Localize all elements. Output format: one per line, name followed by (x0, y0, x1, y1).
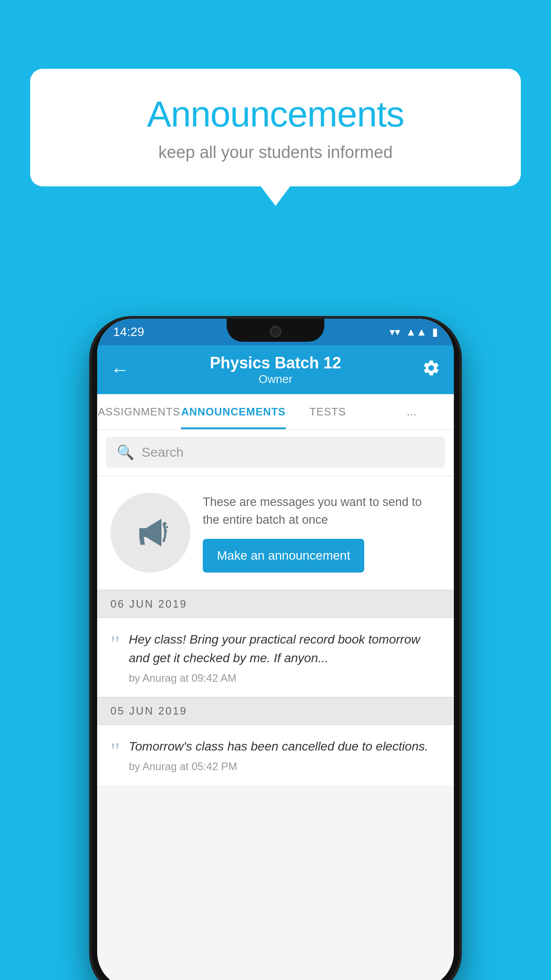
search-bar[interactable]: 🔍 Search (106, 437, 445, 468)
prompt-right: These are messages you want to send to t… (203, 493, 441, 573)
wifi-icon: ▾▾ (390, 326, 400, 338)
announcement-item-1[interactable]: " Hey class! Bring your practical record… (97, 618, 454, 697)
quote-icon-2: " (110, 740, 120, 763)
bubble-title: Announcements (57, 93, 494, 135)
back-button[interactable]: ← (110, 359, 129, 380)
phone-notch (227, 319, 324, 342)
header-center: Physics Batch 12 Owner (129, 354, 422, 386)
date-separator-1: 06 JUN 2019 (97, 590, 454, 618)
role-subtitle: Owner (129, 372, 422, 386)
search-container: 🔍 Search (97, 430, 454, 475)
bubble-subtitle: keep all your students informed (57, 143, 494, 162)
prompt-text: These are messages you want to send to t… (203, 493, 441, 529)
announcement-text-1: Hey class! Bring your practical record b… (129, 630, 441, 668)
svg-point-2 (165, 530, 167, 532)
tab-more[interactable]: … (370, 394, 454, 429)
announcement-item-2[interactable]: " Tomorrow's class has been cancelled du… (97, 725, 454, 785)
svg-point-1 (166, 526, 168, 528)
announcement-content-2: Tomorrow's class has been cancelled due … (129, 737, 441, 773)
phone-frame: 14:29 ▾▾ ▲▲ ▮ ← Physics Batch 12 Owner (92, 319, 459, 980)
search-icon: 🔍 (117, 444, 134, 461)
announcement-meta-2: by Anurag at 05:42 PM (129, 760, 441, 773)
tab-assignments[interactable]: ASSIGNMENTS (97, 394, 181, 429)
make-announcement-button[interactable]: Make an announcement (203, 539, 364, 573)
status-icons: ▾▾ ▲▲ ▮ (390, 326, 438, 338)
signal-icon: ▲▲ (405, 326, 427, 338)
date-separator-2: 05 JUN 2019 (97, 697, 454, 725)
announcement-content-1: Hey class! Bring your practical record b… (129, 630, 441, 684)
settings-button[interactable] (422, 359, 441, 381)
megaphone-icon (128, 510, 173, 555)
search-placeholder: Search (142, 445, 184, 460)
tabs-bar: ASSIGNMENTS ANNOUNCEMENTS TESTS … (97, 394, 454, 430)
battery-icon: ▮ (432, 326, 438, 338)
megaphone-circle (110, 493, 190, 573)
svg-point-0 (163, 522, 167, 526)
app-header: ← Physics Batch 12 Owner (97, 345, 454, 394)
speech-bubble-card: Announcements keep all your students inf… (30, 69, 521, 186)
announcement-text-2: Tomorrow's class has been cancelled due … (129, 737, 441, 756)
status-time: 14:29 (113, 325, 144, 339)
speech-bubble-section: Announcements keep all your students inf… (30, 69, 521, 186)
tab-announcements[interactable]: ANNOUNCEMENTS (181, 394, 286, 429)
front-camera (270, 326, 281, 337)
tab-tests[interactable]: TESTS (286, 394, 370, 429)
phone-screen: 14:29 ▾▾ ▲▲ ▮ ← Physics Batch 12 Owner (97, 319, 454, 980)
announcement-prompt: These are messages you want to send to t… (97, 477, 454, 589)
batch-title: Physics Batch 12 (129, 354, 422, 372)
quote-icon-1: " (110, 633, 120, 656)
announcement-meta-1: by Anurag at 09:42 AM (129, 672, 441, 684)
